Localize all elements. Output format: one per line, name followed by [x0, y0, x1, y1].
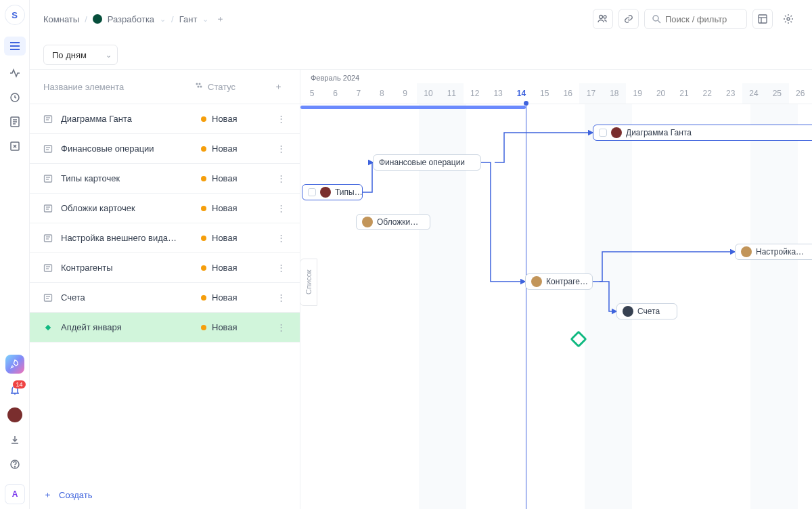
breadcrumb-view[interactable]: Гант [179, 14, 198, 24]
gantt-month-label: Февраль 2024 [311, 74, 359, 82]
add-view-button[interactable]: ＋ [214, 13, 226, 25]
search-input[interactable] [644, 9, 747, 29]
gantt-task[interactable]: Обложки… [356, 214, 430, 230]
task-status: Новая [201, 114, 275, 124]
list-header: Название элемента Статус ＋ [30, 69, 300, 104]
table-row[interactable]: Финансовые операции Новая ⋮ [30, 134, 300, 164]
gantt-task[interactable]: Финансовые операции [373, 154, 481, 171]
granularity-select[interactable]: По дням ⌄ [43, 45, 118, 65]
nav-help-icon[interactable] [8, 458, 22, 471]
nav-rocket-icon[interactable] [5, 355, 24, 374]
task-name: Настройка внешнего вида… [54, 233, 201, 243]
table-row[interactable]: Контрагенты Новая ⋮ [30, 253, 300, 283]
card-icon [43, 204, 54, 213]
gantt-day: 14 [510, 83, 533, 104]
card-icon [43, 293, 54, 303]
link-button[interactable] [618, 9, 639, 29]
svg-point-22 [198, 86, 200, 88]
checkbox-icon[interactable] [308, 188, 316, 196]
app-logo[interactable]: S [5, 5, 24, 24]
gantt-day: 6 [323, 83, 346, 104]
gantt-task[interactable]: Контраге… [525, 273, 593, 290]
breadcrumb: Комнаты / Разработка ⌄ / Гант ⌄ ＋ [43, 13, 226, 25]
svg-point-10 [14, 466, 15, 467]
svg-point-23 [200, 86, 202, 88]
nav-download-icon[interactable] [8, 433, 22, 447]
table-row[interactable]: Диаграмма Ганта Новая ⋮ [30, 104, 300, 134]
nav-activity-icon[interactable] [8, 66, 22, 80]
assignee-avatar [320, 187, 331, 198]
breadcrumb-room[interactable]: Разработка [108, 14, 154, 24]
gantt-task-label: Контраге… [546, 277, 588, 286]
add-column-button[interactable]: ＋ [270, 81, 286, 93]
gantt-body[interactable]: Диаграмма ГантаФинансовые операцииТипы…О… [300, 104, 812, 509]
gantt-day: 20 [649, 83, 672, 104]
search-field[interactable] [665, 14, 740, 24]
chevron-down-icon[interactable]: ⌄ [160, 15, 166, 24]
svg-rect-45 [45, 324, 51, 330]
row-more-button[interactable]: ⋮ [275, 143, 286, 154]
task-status: Новая [201, 263, 275, 273]
nav-bell-icon[interactable]: 14 [8, 383, 22, 397]
svg-point-12 [600, 16, 603, 19]
nav-time-icon[interactable] [8, 91, 22, 104]
search-icon [652, 14, 661, 24]
status-dot [201, 176, 206, 181]
gantt-header: Февраль 2024 567891011121314151617181920… [300, 69, 812, 104]
card-icon [43, 174, 54, 183]
nav-archive-icon[interactable] [8, 139, 22, 153]
status-dot [201, 236, 206, 241]
table-row[interactable]: Счета Новая ⋮ [30, 283, 300, 313]
gantt-day: 12 [464, 83, 487, 104]
row-more-button[interactable]: ⋮ [275, 322, 286, 332]
nav-doc-icon[interactable] [8, 115, 22, 129]
task-status: Новая [201, 233, 275, 243]
gantt-days: 567891011121314151617181920212223242526 [300, 83, 812, 104]
svg-rect-16 [759, 15, 767, 23]
gantt-day: 21 [673, 83, 696, 104]
create-button[interactable]: ＋ Создать [43, 489, 92, 501]
gantt-task[interactable]: Диаграмма Ганта [593, 125, 812, 141]
chevron-down-icon: ⌄ [106, 51, 112, 60]
task-name: Типы карточек [54, 173, 201, 183]
gantt-day: 15 [533, 83, 556, 104]
row-more-button[interactable]: ⋮ [275, 292, 286, 303]
settings-button[interactable] [778, 9, 798, 29]
checkbox-icon[interactable] [599, 129, 607, 137]
task-name: Обложки карточек [54, 203, 201, 213]
gantt-day: 9 [393, 83, 416, 104]
status-dot [201, 116, 206, 122]
app-switcher-icon[interactable]: A [5, 485, 24, 504]
members-button[interactable] [593, 9, 613, 29]
gantt-task[interactable]: Счета [616, 303, 677, 319]
task-status: Новая [201, 322, 275, 332]
breadcrumb-root[interactable]: Комнаты [43, 14, 79, 24]
gantt-day: 25 [765, 83, 788, 104]
svg-point-19 [787, 18, 790, 20]
gantt-day: 7 [347, 83, 370, 104]
view-selector: По дням ⌄ [43, 45, 118, 65]
layout-button[interactable] [752, 9, 773, 29]
row-more-button[interactable]: ⋮ [275, 114, 286, 124]
table-row[interactable]: Настройка внешнего вида… Новая ⋮ [30, 223, 300, 253]
status-icon [196, 83, 204, 91]
gantt-task[interactable]: Типы… [302, 184, 363, 200]
breadcrumb-sep-icon: / [85, 14, 87, 24]
user-avatar[interactable] [7, 407, 22, 422]
row-more-button[interactable]: ⋮ [275, 203, 286, 213]
chevron-down-icon[interactable]: ⌄ [202, 15, 208, 24]
milestone-icon [43, 323, 54, 332]
nav-list-icon[interactable] [4, 37, 26, 56]
table-row[interactable]: Обложки карточек Новая ⋮ [30, 194, 300, 223]
task-status: Новая [201, 143, 275, 154]
row-more-button[interactable]: ⋮ [275, 173, 286, 183]
gantt-task[interactable]: Настройка… [735, 244, 812, 260]
table-row[interactable]: Апдейт января Новая ⋮ [30, 313, 300, 342]
row-more-button[interactable]: ⋮ [275, 233, 286, 243]
notification-badge: 14 [13, 380, 25, 389]
card-icon [43, 144, 54, 154]
column-status: Статус [196, 82, 270, 92]
row-more-button[interactable]: ⋮ [275, 263, 286, 273]
table-row[interactable]: Типы карточек Новая ⋮ [30, 164, 300, 194]
gantt-panel: Список Февраль 2024 56789101112131415161… [300, 69, 812, 509]
